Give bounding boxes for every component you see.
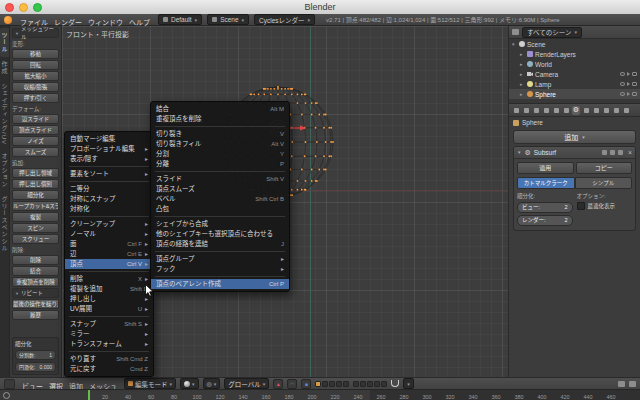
tool-button[interactable]: 頂点スライド: [12, 125, 59, 135]
tool-button[interactable]: 細分化: [12, 190, 59, 200]
tool-button[interactable]: 履歴: [12, 310, 59, 320]
snap-element-select[interactable]: ▾: [403, 378, 414, 389]
mesh-menu-item[interactable]: ミラー▸: [65, 329, 153, 339]
mesh-menu-item[interactable]: 自動マージ編集: [65, 134, 153, 144]
tool-button[interactable]: 移動: [12, 49, 59, 59]
layer-dot[interactable]: [315, 381, 321, 387]
rotate-manipulator-button[interactable]: ◠: [287, 379, 297, 389]
expand-icon[interactable]: ▸: [520, 81, 525, 87]
tool-button[interactable]: 押し出し個別: [12, 179, 59, 189]
mesh-menu-item[interactable]: 辺Ctrl E▸: [65, 249, 153, 259]
breadcrumb-object-name[interactable]: Sphere: [522, 119, 543, 126]
modifier-apply-button[interactable]: 適用: [517, 162, 574, 174]
vertex-menu-item[interactable]: シェイプから合成: [151, 219, 289, 229]
properties-tab-data[interactable]: [582, 106, 590, 115]
expand-icon[interactable]: ▸: [520, 71, 525, 77]
mesh-menu-item[interactable]: 要素をソート▸: [65, 169, 153, 179]
mesh-menu-item[interactable]: 押し出し▸: [65, 294, 153, 304]
vertex-menu-item[interactable]: 分離P: [151, 159, 289, 169]
properties-tab-constraints[interactable]: [562, 106, 570, 115]
modifier-copy-button[interactable]: コピー: [576, 162, 633, 174]
snap-magnet-icon[interactable]: [391, 380, 399, 387]
tool-button[interactable]: 押し出し領域: [12, 168, 59, 178]
layer-dot[interactable]: [322, 381, 328, 387]
render-subdivisions-field[interactable]: レンダー: 2: [517, 215, 573, 226]
render-toggle-icon[interactable]: [632, 92, 637, 96]
properties-tab-modifiers[interactable]: ⚙: [572, 106, 580, 115]
eye-icon[interactable]: [620, 72, 625, 76]
info-menu-item[interactable]: ウィンドウ: [85, 19, 126, 26]
properties-tab-scene[interactable]: [532, 106, 540, 115]
scene-select[interactable]: Scene ▾: [207, 14, 249, 25]
mesh-menu-item[interactable]: 元に戻すCmd Z: [65, 364, 153, 374]
subdiv-type-catmull-button[interactable]: カトマルクラーク: [517, 177, 575, 189]
view-subdivisions-field[interactable]: ビュー: 2: [517, 202, 573, 213]
mesh-menu-item[interactable]: 二等分: [65, 184, 153, 194]
screen-layout-select[interactable]: Default ▾: [158, 14, 202, 25]
outliner-row[interactable]: ▸World: [509, 59, 640, 69]
vertex-menu-item[interactable]: 分割Y: [151, 149, 289, 159]
properties-tab-physics[interactable]: [622, 106, 630, 115]
select-arrow-icon[interactable]: [627, 92, 630, 96]
modifier-edit-toggle-icon[interactable]: [618, 150, 623, 155]
outliner-row[interactable]: ▸Camera: [509, 69, 640, 79]
mesh-menu-item[interactable]: プロポーショナル編集▸: [65, 144, 153, 154]
vertex-menu-item[interactable]: 切り裂きV: [151, 129, 289, 139]
tool-button[interactable]: 回転: [12, 60, 59, 70]
expand-icon[interactable]: ▾: [512, 41, 517, 47]
properties-tab-object[interactable]: [552, 106, 560, 115]
modifier-header[interactable]: ▼ ⚙ Subsurf ×: [514, 147, 635, 159]
vertex-menu-item[interactable]: スライドShift V: [151, 174, 289, 184]
vertex-menu-item[interactable]: 頂点の経路を連結J: [151, 239, 289, 249]
tool-button[interactable]: 押す/引く: [12, 93, 59, 103]
tool-button[interactable]: 拡大縮小: [12, 71, 59, 81]
mesh-menu-item[interactable]: 面Ctrl F▸: [65, 239, 153, 249]
outliner-scope-select[interactable]: すべてのシーン ▾: [522, 27, 582, 38]
layer-dot[interactable]: [336, 381, 342, 387]
vertex-menu-item[interactable]: 凸包: [151, 204, 289, 214]
vertex-menu-item[interactable]: 頂点スムーズ: [151, 184, 289, 194]
tool-button[interactable]: 結合: [12, 266, 59, 276]
render-animation-icon[interactable]: [629, 381, 636, 387]
vertex-menu-item[interactable]: フック▸: [151, 264, 289, 274]
modifier-name[interactable]: Subsurf: [534, 149, 556, 156]
timeline[interactable]: 2040608010012014016018020022024026028030…: [0, 389, 640, 400]
optimal-display-checkbox[interactable]: 最適化表示: [577, 202, 633, 210]
toolshelf-tab[interactable]: グリースペンシル: [0, 192, 9, 256]
eye-icon[interactable]: [620, 82, 625, 86]
layer-dot[interactable]: [343, 381, 349, 387]
mesh-menu-item[interactable]: やり直すShift Cmd Z: [65, 354, 153, 364]
expand-icon[interactable]: ▸: [520, 51, 525, 57]
outliner-editor-icon[interactable]: [512, 29, 519, 35]
tool-button[interactable]: 収縮/膨張: [12, 82, 59, 92]
modifier-view-toggle-icon[interactable]: [610, 150, 615, 155]
tool-button[interactable]: スピン: [12, 223, 59, 233]
mesh-menu-item[interactable]: 頂点Ctrl V▸: [65, 259, 153, 269]
subdiv-type-simple-button[interactable]: シンプル: [575, 177, 633, 189]
modifier-render-toggle-icon[interactable]: [602, 150, 607, 155]
shading-select[interactable]: ▾: [180, 378, 199, 389]
view3d-editor-icon[interactable]: [4, 379, 15, 389]
tool-button[interactable]: 重複頂点を削除: [12, 277, 59, 287]
toolshelf-tab[interactable]: ツール: [0, 28, 9, 57]
tool-button[interactable]: スクリュー: [12, 234, 59, 244]
vertex-menu-item[interactable]: 頂点グループ▸: [151, 254, 289, 264]
expand-icon[interactable]: ▼: [517, 150, 521, 155]
mesh-menu-item[interactable]: トランスフォーム▸: [65, 339, 153, 349]
timeline-editor-icon[interactable]: [3, 392, 10, 399]
vertex-menu-item[interactable]: 切り裂きフィルAlt V: [151, 139, 289, 149]
layer-dot[interactable]: [329, 381, 335, 387]
vertex-menu-item[interactable]: 他のシェイプキーも選択頂点に合わせる: [151, 229, 289, 239]
render-opengl-icon[interactable]: [618, 381, 625, 387]
properties-tab-world[interactable]: [542, 106, 550, 115]
add-modifier-button[interactable]: 追加 ▾: [513, 130, 636, 144]
mesh-menu-item[interactable]: UV展開U▸: [65, 304, 153, 314]
mesh-menu-item[interactable]: 削除X▸: [65, 274, 153, 284]
tool-button[interactable]: 最後の操作を繰り返す: [12, 299, 59, 309]
info-menu-item[interactable]: ファイル: [17, 19, 51, 26]
properties-tab-render[interactable]: [512, 106, 520, 115]
properties-tab-particles[interactable]: [612, 106, 620, 115]
layer-dot[interactable]: [367, 381, 373, 387]
info-menu-item[interactable]: ヘルプ: [126, 19, 153, 26]
tool-button[interactable]: ループカット&スライド: [12, 201, 59, 211]
